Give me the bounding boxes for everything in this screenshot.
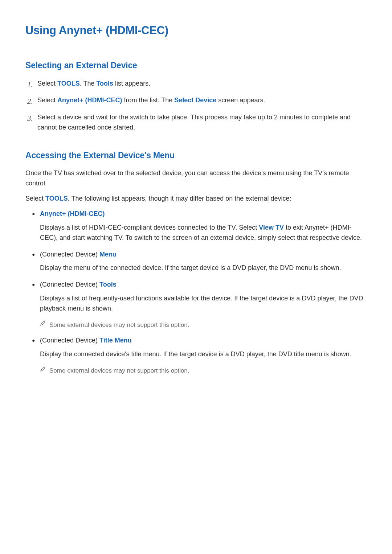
highlight: Tools <box>99 281 117 288</box>
text: from the list. The <box>122 97 175 104</box>
note-text: Some external devices may not support th… <box>49 366 368 376</box>
step-number: 3. <box>27 112 37 133</box>
intro-paragraph-2: Select TOOLS. The following list appears… <box>25 194 368 204</box>
highlight: Menu <box>99 251 117 258</box>
step-2: 2. Select Anynet+ (HDMI-CEC) from the li… <box>27 95 368 107</box>
text: list appears. <box>113 80 150 87</box>
text: Select a device and wait for the switch … <box>37 114 351 131</box>
note: Some external devices may not support th… <box>40 320 368 330</box>
page-title: Using Anynet+ (HDMI-CEC) <box>25 22 368 39</box>
note: Some external devices may not support th… <box>40 366 368 376</box>
list-item-desc: Display the menu of the connected device… <box>40 263 368 273</box>
text: . The <box>80 80 97 87</box>
highlight-anynet: Anynet+ (HDMI-CEC) <box>57 97 122 104</box>
text: Displays a list of HDMI-CEC-compliant de… <box>40 224 259 231</box>
bullet-list-menu: ● Anynet+ (HDMI-CEC) Displays a list of … <box>25 209 368 376</box>
text: (Connected Device) <box>40 251 99 258</box>
step-number: 2. <box>27 95 37 107</box>
list-item-desc: Displays a list of HDMI-CEC-compliant de… <box>40 223 368 243</box>
section-heading-accessing: Accessing the External Device's Menu <box>25 149 368 162</box>
highlight: Anynet+ (HDMI-CEC) <box>40 210 105 217</box>
list-item-title: (Connected Device) Menu <box>40 250 368 260</box>
bullet-icon: ● <box>32 336 40 346</box>
text: Select <box>37 97 57 104</box>
highlight-tools-list: Tools <box>96 80 113 87</box>
step-number: 1. <box>27 79 37 91</box>
step-3: 3. Select a device and wait for the swit… <box>27 112 368 133</box>
ordered-list-selecting: 1. Select TOOLS. The Tools list appears.… <box>25 79 368 133</box>
highlight-view-tv: View TV <box>259 224 284 231</box>
list-item-desc: Display the connected device's title men… <box>40 349 368 360</box>
text: screen appears. <box>216 97 265 104</box>
step-body: Select TOOLS. The Tools list appears. <box>37 79 368 91</box>
highlight: Title Menu <box>99 337 132 344</box>
text: . The following list appears, though it … <box>68 195 291 202</box>
highlight-select-device: Select Device <box>174 97 216 104</box>
pencil-icon <box>40 320 49 326</box>
list-item-title: (Connected Device) Tools <box>40 280 368 290</box>
text: Select <box>25 195 45 202</box>
text: Displays a list of frequently-used funct… <box>40 295 363 312</box>
highlight-tools: TOOLS <box>57 80 80 87</box>
bullet-icon: ● <box>32 280 40 290</box>
list-item-title: (Connected Device) Title Menu <box>40 336 368 346</box>
text: (Connected Device) <box>40 337 99 344</box>
text: (Connected Device) <box>40 281 99 288</box>
step-1: 1. Select TOOLS. The Tools list appears. <box>27 79 368 91</box>
step-body: Select a device and wait for the switch … <box>37 112 368 133</box>
intro-paragraph-1: Once the TV has switched over to the sel… <box>25 168 368 189</box>
text: Select <box>37 80 57 87</box>
list-item: ● (Connected Device) Tools Displays a li… <box>32 280 368 330</box>
list-item-title: Anynet+ (HDMI-CEC) <box>40 209 368 219</box>
text: Display the connected device's title men… <box>40 350 351 358</box>
bullet-icon: ● <box>32 209 40 219</box>
list-item: ● (Connected Device) Title Menu Display … <box>32 336 368 376</box>
text: Display the menu of the connected device… <box>40 264 341 271</box>
list-item: ● (Connected Device) Menu Display the me… <box>32 250 368 274</box>
list-item-desc: Displays a list of frequently-used funct… <box>40 294 368 314</box>
pencil-icon <box>40 366 49 372</box>
note-text: Some external devices may not support th… <box>49 320 368 330</box>
list-item: ● Anynet+ (HDMI-CEC) Displays a list of … <box>32 209 368 243</box>
step-body: Select Anynet+ (HDMI-CEC) from the list.… <box>37 95 368 107</box>
highlight-tools: TOOLS <box>45 195 68 202</box>
section-heading-selecting: Selecting an External Device <box>25 59 368 72</box>
bullet-icon: ● <box>32 250 40 260</box>
